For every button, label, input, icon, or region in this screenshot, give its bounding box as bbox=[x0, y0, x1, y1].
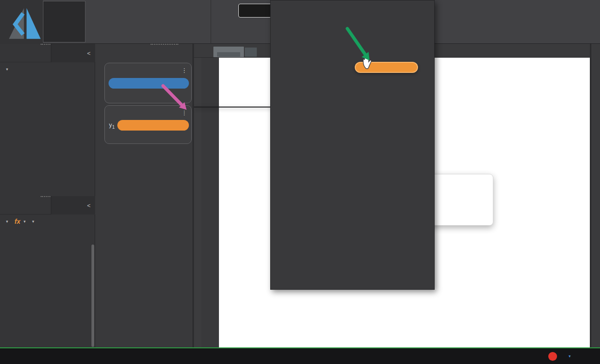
dimensions-toolbar: ▾ bbox=[0, 62, 95, 76]
redacted-block bbox=[217, 52, 240, 57]
module-switcher bbox=[43, 1, 85, 42]
bottom-tab-bar: ▾ bbox=[0, 347, 600, 364]
redacted-block bbox=[245, 48, 257, 57]
app-logo[interactable] bbox=[0, 0, 43, 44]
scrollbar[interactable] bbox=[91, 245, 94, 347]
sales-chip[interactable] bbox=[117, 120, 189, 131]
fx-icon[interactable]: fx bbox=[15, 218, 20, 225]
tab-elements[interactable]: < bbox=[51, 196, 95, 215]
caret-down-icon[interactable]: ▾ bbox=[6, 67, 8, 72]
caret-down-icon[interactable]: ▾ bbox=[24, 219, 26, 224]
drop-zones-panel: ⋮ ⋮ y1 bbox=[95, 44, 193, 348]
ribbon-group-general bbox=[86, 0, 211, 44]
chart-tool-strip bbox=[201, 58, 219, 347]
formatting-panel-strip[interactable] bbox=[591, 44, 600, 348]
caret-down-icon[interactable]: ▾ bbox=[32, 219, 35, 224]
auto-run-toggle[interactable] bbox=[238, 4, 275, 18]
tab-content[interactable]: < bbox=[51, 44, 95, 62]
measures-panel: < ▾ fx ▾ ▾ bbox=[0, 196, 95, 348]
measures-toolbar: ▾ fx ▾ ▾ bbox=[0, 215, 95, 228]
kebab-menu-icon[interactable]: ⋮ bbox=[181, 67, 188, 74]
collapse-chevron-icon[interactable]: < bbox=[87, 202, 91, 209]
collapse-chevron-icon[interactable] bbox=[591, 44, 600, 47]
tab-dimensions[interactable] bbox=[0, 44, 51, 62]
values-dropzone[interactable]: ⋮ y1 bbox=[104, 105, 192, 144]
dimensions-panel: < ▾ bbox=[0, 44, 95, 196]
kebab-menu-icon[interactable]: ⋮ bbox=[181, 109, 188, 116]
query-reset-button[interactable]: ​ bbox=[212, 3, 237, 20]
axis-prefix-label: y1 bbox=[109, 121, 115, 130]
manufacturers-chip[interactable] bbox=[109, 78, 189, 89]
notification-badge[interactable] bbox=[548, 352, 557, 361]
caret-down-icon[interactable]: ▾ bbox=[6, 219, 8, 224]
chart-type-menu bbox=[270, 0, 435, 290]
axis-flyout-menu bbox=[194, 107, 271, 107]
collapse-chevron-icon[interactable]: < bbox=[87, 50, 91, 57]
tab-measures[interactable] bbox=[0, 196, 51, 215]
caret-down-icon[interactable]: ▾ bbox=[569, 354, 571, 358]
categories-dropzone[interactable]: ⋮ bbox=[104, 63, 192, 103]
hand-drag-cursor bbox=[361, 54, 374, 69]
